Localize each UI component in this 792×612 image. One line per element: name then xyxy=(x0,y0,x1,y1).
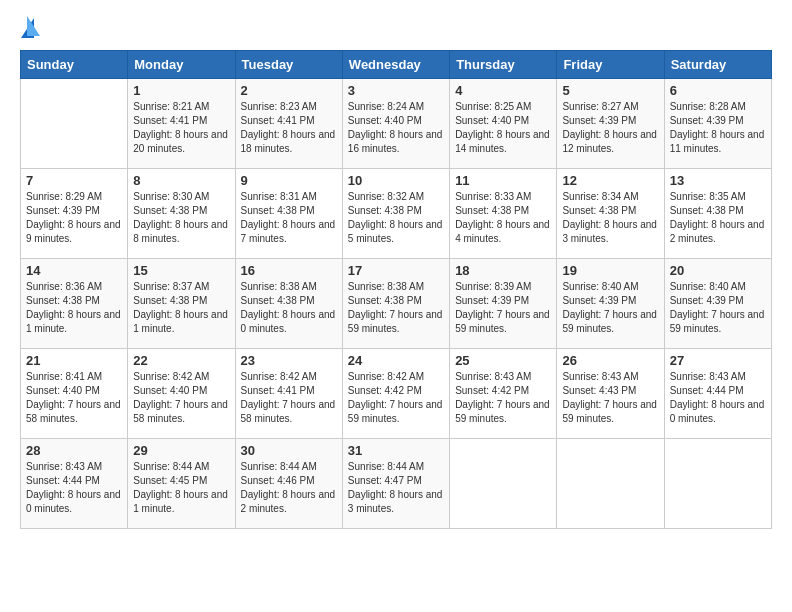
day-info: Sunrise: 8:39 AMSunset: 4:39 PMDaylight:… xyxy=(455,280,551,336)
day-cell: 9Sunrise: 8:31 AMSunset: 4:38 PMDaylight… xyxy=(235,169,342,259)
column-header-sunday: Sunday xyxy=(21,51,128,79)
column-header-saturday: Saturday xyxy=(664,51,771,79)
day-number: 9 xyxy=(241,173,337,188)
day-cell: 1Sunrise: 8:21 AMSunset: 4:41 PMDaylight… xyxy=(128,79,235,169)
day-info: Sunrise: 8:42 AMSunset: 4:40 PMDaylight:… xyxy=(133,370,229,426)
day-cell: 30Sunrise: 8:44 AMSunset: 4:46 PMDayligh… xyxy=(235,439,342,529)
day-info: Sunrise: 8:28 AMSunset: 4:39 PMDaylight:… xyxy=(670,100,766,156)
day-cell: 25Sunrise: 8:43 AMSunset: 4:42 PMDayligh… xyxy=(450,349,557,439)
day-number: 8 xyxy=(133,173,229,188)
day-cell: 17Sunrise: 8:38 AMSunset: 4:38 PMDayligh… xyxy=(342,259,449,349)
day-info: Sunrise: 8:44 AMSunset: 4:45 PMDaylight:… xyxy=(133,460,229,516)
day-cell: 18Sunrise: 8:39 AMSunset: 4:39 PMDayligh… xyxy=(450,259,557,349)
day-cell: 13Sunrise: 8:35 AMSunset: 4:38 PMDayligh… xyxy=(664,169,771,259)
day-info: Sunrise: 8:43 AMSunset: 4:44 PMDaylight:… xyxy=(670,370,766,426)
day-cell: 26Sunrise: 8:43 AMSunset: 4:43 PMDayligh… xyxy=(557,349,664,439)
day-cell xyxy=(557,439,664,529)
day-info: Sunrise: 8:43 AMSunset: 4:44 PMDaylight:… xyxy=(26,460,122,516)
day-number: 2 xyxy=(241,83,337,98)
column-header-friday: Friday xyxy=(557,51,664,79)
day-number: 16 xyxy=(241,263,337,278)
day-cell: 21Sunrise: 8:41 AMSunset: 4:40 PMDayligh… xyxy=(21,349,128,439)
day-info: Sunrise: 8:23 AMSunset: 4:41 PMDaylight:… xyxy=(241,100,337,156)
day-number: 27 xyxy=(670,353,766,368)
day-cell: 11Sunrise: 8:33 AMSunset: 4:38 PMDayligh… xyxy=(450,169,557,259)
day-info: Sunrise: 8:41 AMSunset: 4:40 PMDaylight:… xyxy=(26,370,122,426)
column-header-wednesday: Wednesday xyxy=(342,51,449,79)
day-info: Sunrise: 8:31 AMSunset: 4:38 PMDaylight:… xyxy=(241,190,337,246)
day-number: 15 xyxy=(133,263,229,278)
day-number: 23 xyxy=(241,353,337,368)
day-info: Sunrise: 8:32 AMSunset: 4:38 PMDaylight:… xyxy=(348,190,444,246)
day-info: Sunrise: 8:44 AMSunset: 4:47 PMDaylight:… xyxy=(348,460,444,516)
day-info: Sunrise: 8:43 AMSunset: 4:42 PMDaylight:… xyxy=(455,370,551,426)
week-row-1: 1Sunrise: 8:21 AMSunset: 4:41 PMDaylight… xyxy=(21,79,772,169)
day-number: 14 xyxy=(26,263,122,278)
day-number: 17 xyxy=(348,263,444,278)
day-number: 12 xyxy=(562,173,658,188)
day-cell: 29Sunrise: 8:44 AMSunset: 4:45 PMDayligh… xyxy=(128,439,235,529)
logo xyxy=(20,16,50,38)
day-cell: 22Sunrise: 8:42 AMSunset: 4:40 PMDayligh… xyxy=(128,349,235,439)
day-cell: 12Sunrise: 8:34 AMSunset: 4:38 PMDayligh… xyxy=(557,169,664,259)
page-header xyxy=(20,16,772,38)
day-cell: 28Sunrise: 8:43 AMSunset: 4:44 PMDayligh… xyxy=(21,439,128,529)
day-info: Sunrise: 8:30 AMSunset: 4:38 PMDaylight:… xyxy=(133,190,229,246)
day-cell: 5Sunrise: 8:27 AMSunset: 4:39 PMDaylight… xyxy=(557,79,664,169)
column-header-monday: Monday xyxy=(128,51,235,79)
day-cell xyxy=(450,439,557,529)
week-row-4: 21Sunrise: 8:41 AMSunset: 4:40 PMDayligh… xyxy=(21,349,772,439)
week-row-5: 28Sunrise: 8:43 AMSunset: 4:44 PMDayligh… xyxy=(21,439,772,529)
day-cell: 20Sunrise: 8:40 AMSunset: 4:39 PMDayligh… xyxy=(664,259,771,349)
day-cell: 16Sunrise: 8:38 AMSunset: 4:38 PMDayligh… xyxy=(235,259,342,349)
day-number: 7 xyxy=(26,173,122,188)
day-info: Sunrise: 8:38 AMSunset: 4:38 PMDaylight:… xyxy=(348,280,444,336)
day-info: Sunrise: 8:25 AMSunset: 4:40 PMDaylight:… xyxy=(455,100,551,156)
week-row-2: 7Sunrise: 8:29 AMSunset: 4:39 PMDaylight… xyxy=(21,169,772,259)
week-row-3: 14Sunrise: 8:36 AMSunset: 4:38 PMDayligh… xyxy=(21,259,772,349)
column-header-thursday: Thursday xyxy=(450,51,557,79)
day-cell: 23Sunrise: 8:42 AMSunset: 4:41 PMDayligh… xyxy=(235,349,342,439)
day-number: 3 xyxy=(348,83,444,98)
day-info: Sunrise: 8:42 AMSunset: 4:42 PMDaylight:… xyxy=(348,370,444,426)
day-cell: 24Sunrise: 8:42 AMSunset: 4:42 PMDayligh… xyxy=(342,349,449,439)
day-number: 21 xyxy=(26,353,122,368)
day-info: Sunrise: 8:36 AMSunset: 4:38 PMDaylight:… xyxy=(26,280,122,336)
day-cell: 8Sunrise: 8:30 AMSunset: 4:38 PMDaylight… xyxy=(128,169,235,259)
day-number: 31 xyxy=(348,443,444,458)
day-number: 4 xyxy=(455,83,551,98)
day-cell: 4Sunrise: 8:25 AMSunset: 4:40 PMDaylight… xyxy=(450,79,557,169)
day-number: 25 xyxy=(455,353,551,368)
day-number: 5 xyxy=(562,83,658,98)
day-cell: 3Sunrise: 8:24 AMSunset: 4:40 PMDaylight… xyxy=(342,79,449,169)
day-info: Sunrise: 8:29 AMSunset: 4:39 PMDaylight:… xyxy=(26,190,122,246)
day-cell: 7Sunrise: 8:29 AMSunset: 4:39 PMDaylight… xyxy=(21,169,128,259)
day-number: 22 xyxy=(133,353,229,368)
day-info: Sunrise: 8:38 AMSunset: 4:38 PMDaylight:… xyxy=(241,280,337,336)
day-info: Sunrise: 8:42 AMSunset: 4:41 PMDaylight:… xyxy=(241,370,337,426)
day-info: Sunrise: 8:40 AMSunset: 4:39 PMDaylight:… xyxy=(562,280,658,336)
day-cell xyxy=(21,79,128,169)
day-info: Sunrise: 8:37 AMSunset: 4:38 PMDaylight:… xyxy=(133,280,229,336)
day-info: Sunrise: 8:21 AMSunset: 4:41 PMDaylight:… xyxy=(133,100,229,156)
day-info: Sunrise: 8:40 AMSunset: 4:39 PMDaylight:… xyxy=(670,280,766,336)
day-number: 6 xyxy=(670,83,766,98)
day-number: 24 xyxy=(348,353,444,368)
day-info: Sunrise: 8:44 AMSunset: 4:46 PMDaylight:… xyxy=(241,460,337,516)
day-cell: 19Sunrise: 8:40 AMSunset: 4:39 PMDayligh… xyxy=(557,259,664,349)
day-cell: 2Sunrise: 8:23 AMSunset: 4:41 PMDaylight… xyxy=(235,79,342,169)
day-info: Sunrise: 8:33 AMSunset: 4:38 PMDaylight:… xyxy=(455,190,551,246)
calendar-table: SundayMondayTuesdayWednesdayThursdayFrid… xyxy=(20,50,772,529)
day-number: 30 xyxy=(241,443,337,458)
day-cell: 31Sunrise: 8:44 AMSunset: 4:47 PMDayligh… xyxy=(342,439,449,529)
day-number: 29 xyxy=(133,443,229,458)
day-number: 28 xyxy=(26,443,122,458)
day-cell: 10Sunrise: 8:32 AMSunset: 4:38 PMDayligh… xyxy=(342,169,449,259)
day-number: 18 xyxy=(455,263,551,278)
day-cell xyxy=(664,439,771,529)
day-info: Sunrise: 8:24 AMSunset: 4:40 PMDaylight:… xyxy=(348,100,444,156)
day-cell: 6Sunrise: 8:28 AMSunset: 4:39 PMDaylight… xyxy=(664,79,771,169)
day-number: 11 xyxy=(455,173,551,188)
day-info: Sunrise: 8:43 AMSunset: 4:43 PMDaylight:… xyxy=(562,370,658,426)
day-number: 1 xyxy=(133,83,229,98)
